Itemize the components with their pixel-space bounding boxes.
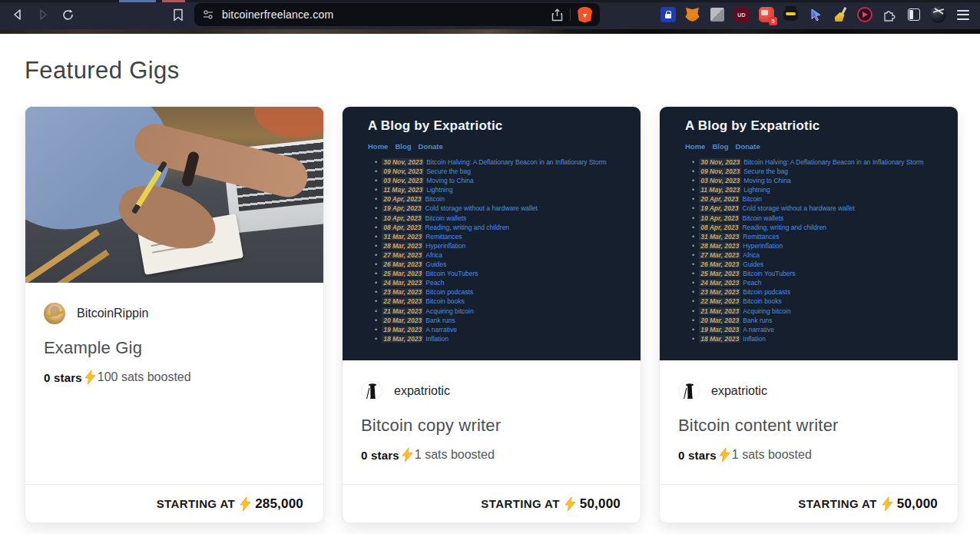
blog-post-title: Bitcoin podcasts xyxy=(425,288,473,296)
gig-card-bitcoin-content-writer[interactable]: A Blog by Expatriotic Home Blog Donate 3… xyxy=(659,106,958,523)
blog-post-item: 19 Apr, 2023Cold storage without a hardw… xyxy=(685,204,958,213)
featured-gigs-grid: BitcoinRippin Example Gig 0 stars 100 sa… xyxy=(25,106,958,523)
window-top-strip xyxy=(0,0,980,2)
boost-text: 1 sats boosted xyxy=(415,448,495,462)
gig-card-example-gig[interactable]: BitcoinRippin Example Gig 0 stars 100 sa… xyxy=(25,106,324,523)
blog-post-title: Bitcoin Halving: A Deflationary Beacon i… xyxy=(743,158,923,166)
blog-post-date: 09 Nov, 2023 xyxy=(382,167,424,175)
blog-post-item: 31 Mar, 2023Remittances xyxy=(685,232,958,241)
blog-post-item: 20 Apr, 2023Bitcoin xyxy=(368,194,641,204)
blog-post-item: 23 Mar, 2023Bitcoin podcasts xyxy=(368,287,641,297)
blog-post-date: 30 Nov, 2023 xyxy=(699,158,741,166)
play-circle-extension-icon[interactable] xyxy=(856,7,872,23)
blog-post-item: 19 Mar, 2023A narrative xyxy=(685,325,958,334)
gig-image-writing-photo xyxy=(25,107,323,283)
lock-extension-icon[interactable] xyxy=(660,7,676,23)
bookmark-icon[interactable] xyxy=(167,4,189,25)
blog-post-date: 11 May, 2023 xyxy=(382,186,424,194)
blog-post-item: 09 Nov, 2023Secure the bag xyxy=(685,167,958,176)
gig-title: Bitcoin copy writer xyxy=(361,416,622,436)
blog-post-item: 11 May, 2023Lightning xyxy=(368,185,641,194)
blog-nav-home: Home xyxy=(685,142,705,151)
blog-post-date: 11 May, 2023 xyxy=(699,186,741,194)
blog-post-title: Hyperinflation xyxy=(425,242,465,250)
url-bar[interactable]: bitcoinerfreelance.com xyxy=(194,3,600,26)
gig-card-footer: STARTING AT 50,000 xyxy=(660,484,958,522)
cursor-extension-icon[interactable] xyxy=(807,7,823,23)
puzzle-extensions-icon[interactable] xyxy=(881,7,897,23)
extension-badge: 5 xyxy=(769,17,777,25)
blog-post-date: 25 Mar, 2023 xyxy=(699,270,740,277)
blog-post-item: 10 Apr, 2023Bitcoin wallets xyxy=(368,214,641,223)
share-icon[interactable] xyxy=(551,8,563,22)
blog-post-item: 26 Mar, 2023Guides xyxy=(368,260,641,269)
site-settings-icon[interactable] xyxy=(202,9,214,20)
blog-post-item: 22 Mar, 2023Bitcoin books xyxy=(685,297,958,306)
gray-square-extension-icon[interactable] xyxy=(709,7,725,23)
stars-count: 0 stars xyxy=(44,371,82,384)
profile-avatar[interactable] xyxy=(930,7,946,23)
blog-nav-blog: Blog xyxy=(395,142,411,151)
seller-name: expatriotic xyxy=(394,384,450,398)
robot-extension-icon[interactable] xyxy=(783,7,799,23)
starting-at-label: STARTING AT xyxy=(157,497,235,510)
gig-title: Bitcoin content writer xyxy=(678,416,939,436)
blog-post-title: Bitcoin xyxy=(425,195,445,203)
blog-preview-title: A Blog by Expatriotic xyxy=(685,118,958,134)
blog-post-title: Bitcoin YouTubers xyxy=(743,270,795,277)
gig-card-footer: STARTING AT 285,000 xyxy=(25,484,323,522)
split-view-icon[interactable] xyxy=(906,7,922,23)
blog-post-date: 21 Mar, 2023 xyxy=(382,307,423,315)
hero-image-bottom-strip xyxy=(0,29,980,34)
blog-post-title: Bitcoin podcasts xyxy=(743,288,790,296)
forward-button[interactable] xyxy=(32,4,54,25)
blog-post-title: Africa xyxy=(425,251,442,259)
blog-post-title: Acquiring bitcoin xyxy=(743,307,790,315)
gig-stats: 0 stars 1 sats boosted xyxy=(361,448,622,462)
blog-post-item: 25 Mar, 2023Bitcoin YouTubers xyxy=(368,269,641,278)
blog-post-title: Bank runs xyxy=(425,317,455,324)
boost-text: 1 sats boosted xyxy=(732,448,812,462)
blog-post-date: 31 Mar, 2023 xyxy=(699,233,740,240)
blog-post-date: 26 Mar, 2023 xyxy=(382,260,423,268)
ud-shield-extension-icon[interactable]: UD xyxy=(733,7,750,23)
menu-icon[interactable] xyxy=(955,7,971,23)
lightning-bolt-icon xyxy=(565,497,575,511)
blog-post-date: 19 Apr, 2023 xyxy=(382,204,422,212)
blog-post-date: 08 Apr, 2023 xyxy=(699,224,740,231)
blog-post-date: 23 Mar, 2023 xyxy=(699,288,740,296)
lightning-bolt-icon xyxy=(85,370,95,384)
blog-post-title: Bitcoin books xyxy=(425,297,465,305)
blog-post-title: Bitcoin Halving: A Deflationary Beacon i… xyxy=(426,158,606,166)
brave-shield-icon[interactable] xyxy=(578,7,592,23)
broom-extension-icon[interactable] xyxy=(832,7,848,23)
seller-avatar xyxy=(678,380,700,402)
gig-image-blog-screenshot: A Blog by Expatriotic Home Blog Donate 3… xyxy=(343,107,641,360)
back-button[interactable] xyxy=(7,4,28,25)
starting-at-label: STARTING AT xyxy=(798,497,876,510)
blog-post-title: Moving to China xyxy=(743,177,790,184)
blog-preview-nav: Home Blog Donate xyxy=(685,142,958,151)
gig-card-bitcoin-copy-writer[interactable]: A Blog by Expatriotic Home Blog Donate 3… xyxy=(342,106,641,523)
url-text[interactable]: bitcoinerfreelance.com xyxy=(222,8,551,21)
blog-post-date: 27 Mar, 2023 xyxy=(382,251,423,259)
reload-button[interactable] xyxy=(57,4,78,25)
blog-post-date: 20 Mar, 2023 xyxy=(382,317,423,324)
lightning-bolt-icon xyxy=(240,497,250,511)
tab-color-strip-red xyxy=(162,0,185,2)
blog-post-item: 27 Mar, 2023Africa xyxy=(368,250,641,260)
blog-post-item: 30 Nov, 2023Bitcoin Halving: A Deflation… xyxy=(368,158,641,167)
blog-preview-title: A Blog by Expatriotic xyxy=(368,118,641,134)
blog-nav-donate: Donate xyxy=(736,142,760,151)
blog-post-item: 28 Mar, 2023Hyperinflation xyxy=(685,241,958,250)
blog-post-item: 21 Mar, 2023Acquiring bitcoin xyxy=(685,307,958,316)
blog-post-date: 10 Apr, 2023 xyxy=(699,214,740,222)
notification-extension-icon[interactable]: 5 xyxy=(758,7,774,23)
blog-post-title: Moving to China xyxy=(426,177,473,184)
stars-count: 0 stars xyxy=(678,449,717,462)
blog-post-item: 20 Mar, 2023Bank runs xyxy=(685,316,958,325)
blog-nav-blog: Blog xyxy=(712,142,728,151)
metamask-extension-icon[interactable] xyxy=(684,7,700,23)
lightning-bolt-icon xyxy=(720,448,730,462)
lightning-bolt-icon xyxy=(402,448,412,462)
